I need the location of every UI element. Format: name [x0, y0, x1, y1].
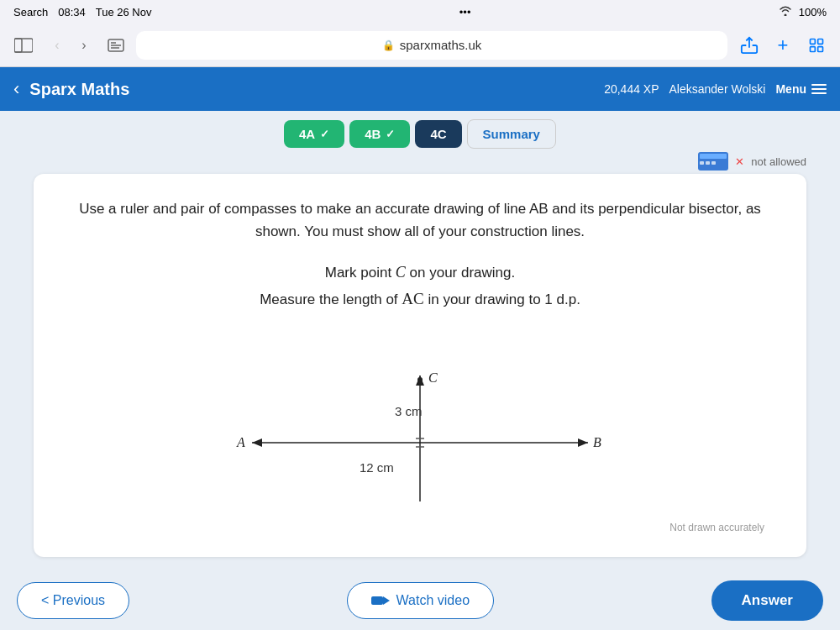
answer-button[interactable]: Answer [711, 580, 823, 621]
app-header: ‹ Sparx Maths 20,444 XP Aleksander Wolsk… [0, 67, 840, 111]
svg-text:A: A [236, 435, 245, 449]
tab-4a-label: 4A [299, 127, 315, 141]
svg-rect-10 [818, 46, 823, 51]
svg-rect-9 [811, 46, 816, 51]
svg-marker-13 [578, 438, 588, 447]
content-card: Use a ruler and pair of compasses to mak… [34, 174, 806, 557]
svg-point-16 [417, 377, 423, 382]
address-bar[interactable]: 🔒 sparxmaths.uk [136, 31, 727, 60]
tab-4b-label: 4B [365, 127, 381, 141]
battery-label: 100% [799, 6, 827, 18]
back-button[interactable]: ‹ [45, 34, 69, 57]
app-back-button[interactable]: ‹ [13, 78, 19, 100]
xp-badge: 20,444 XP [604, 82, 659, 96]
svg-rect-7 [811, 39, 816, 44]
tabs-button[interactable] [803, 32, 830, 59]
browser-chrome: ‹ › 🔒 sparxmaths.uk + [0, 24, 840, 67]
svg-text:3 cm: 3 cm [395, 404, 423, 418]
calc-notice-text: not allowed [751, 155, 806, 168]
wifi-icon [779, 6, 792, 18]
calculator-icon [698, 152, 728, 171]
bottom-bar: < Previous Watch video Answer [0, 571, 840, 630]
dots-icon: ••• [459, 6, 471, 18]
watch-video-label: Watch video [396, 593, 470, 608]
menu-label: Menu [775, 82, 806, 96]
hamburger-icon [811, 84, 827, 94]
new-tab-button[interactable]: + [769, 32, 796, 59]
not-accurate-label: Not drawn accurately [67, 522, 773, 533]
previous-label: < Previous [41, 593, 105, 608]
user-name: Aleksander Wolski [669, 82, 766, 96]
answer-label: Answer [742, 592, 793, 608]
video-icon [371, 596, 390, 605]
cross-icon: ✕ [735, 155, 744, 168]
svg-marker-12 [252, 438, 262, 447]
search-label: Search [13, 6, 48, 18]
svg-rect-8 [818, 39, 823, 44]
svg-text:B: B [593, 435, 601, 449]
share-button[interactable] [736, 32, 763, 59]
menu-button[interactable]: Menu [775, 82, 827, 96]
diagram-container: C A B 3 cm 12 cm [67, 333, 773, 518]
previous-button[interactable]: < Previous [17, 582, 129, 619]
status-bar: Search 08:34 Tue 26 Nov ••• 100% [0, 0, 840, 24]
svg-text:12 cm: 12 cm [360, 460, 394, 475]
watch-video-button[interactable]: Watch video [347, 582, 494, 619]
url-text: sparxmaths.uk [400, 38, 482, 52]
question-sub-text: Mark point C on your drawing. Measure th… [67, 260, 773, 312]
check-icon-4a: ✓ [320, 128, 329, 140]
tab-bar: 4A ✓ 4B ✓ 4C Summary [0, 111, 840, 149]
svg-rect-0 [14, 39, 22, 52]
question-main-text: Use a ruler and pair of compasses to mak… [67, 197, 773, 243]
lock-icon: 🔒 [382, 39, 395, 51]
forward-button[interactable]: › [72, 34, 96, 57]
reader-mode-button[interactable] [104, 34, 128, 57]
svg-text:C: C [428, 370, 438, 385]
tab-summary[interactable]: Summary [467, 119, 556, 149]
ac-label: AC [402, 290, 423, 307]
tab-4b[interactable]: 4B ✓ [349, 120, 410, 148]
tab-summary-label: Summary [483, 127, 540, 141]
sidebar-toggle-button[interactable] [10, 32, 37, 59]
tab-4c-label: 4C [430, 127, 446, 141]
date: Tue 26 Nov [96, 6, 152, 18]
tab-4c[interactable]: 4C [415, 120, 461, 148]
time: 08:34 [58, 6, 86, 18]
check-icon-4b: ✓ [386, 128, 395, 140]
app-title: Sparx Maths [29, 80, 594, 99]
construction-diagram: C A B 3 cm 12 cm [202, 333, 638, 518]
point-c-label: C [396, 264, 406, 281]
svg-rect-1 [14, 39, 33, 52]
calc-bar: ✕ not allowed [0, 149, 840, 174]
tab-4a[interactable]: 4A ✓ [284, 120, 344, 148]
